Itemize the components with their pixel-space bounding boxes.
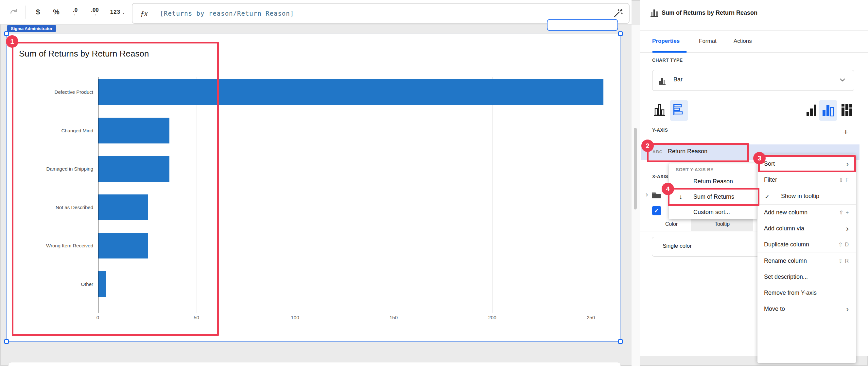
- resize-handle-top-right[interactable]: [618, 31, 623, 36]
- active-tab-underline: [652, 51, 687, 53]
- chart-type-dropdown[interactable]: Bar: [652, 70, 854, 91]
- chevron-right-icon: ›: [846, 226, 849, 232]
- x-axis-field-checkbox[interactable]: ✓: [652, 206, 661, 215]
- selected-element-toolbar[interactable]: [547, 19, 618, 31]
- annotation-step-badge: 3: [753, 152, 766, 164]
- shortcut-label: ⇧R: [838, 258, 849, 264]
- menu-item-label: Move to: [764, 305, 785, 312]
- fx-icon: ƒx: [140, 9, 148, 18]
- color-mode-value: Single color: [662, 243, 692, 249]
- shortcut-label: ⇧+: [839, 209, 849, 216]
- menu-item-label: Add column via: [764, 225, 804, 232]
- shortcut-label: ⇧D: [838, 241, 849, 248]
- increase-decimal-icon: .00 →: [91, 8, 99, 16]
- x-tick-label: 150: [390, 315, 398, 320]
- gridline: [295, 77, 295, 313]
- menu-item-custom-sort[interactable]: Custom sort...: [669, 205, 757, 220]
- sort-submenu-header: SORT Y-AXIS BY: [669, 165, 757, 174]
- canvas-scrollbar-track[interactable]: [631, 25, 640, 366]
- chart-type-value: Bar: [673, 76, 683, 83]
- menu-item-label: Rename column: [764, 258, 807, 264]
- ai-formula-wand-button[interactable]: [613, 8, 623, 18]
- panel-tabs: Properties Format Actions: [640, 31, 868, 53]
- resize-handle-bottom-right[interactable]: [618, 339, 623, 344]
- x-tick-label: 100: [291, 315, 299, 320]
- menu-item-label: Remove from Y-axis: [764, 290, 817, 296]
- chevron-down-icon: [840, 78, 845, 82]
- decrease-decimal-button[interactable]: .0 ←: [66, 3, 85, 21]
- menu-item-label: Return Reason: [693, 178, 733, 185]
- annotation-box-4: [668, 188, 760, 206]
- panel-title: Sum of Returns by Return Reason: [662, 9, 757, 16]
- chart-type-label: CHART TYPE: [652, 58, 683, 63]
- folder-icon: [651, 191, 661, 199]
- number-format-label: 123: [110, 9, 120, 15]
- currency-format-button[interactable]: $: [29, 3, 47, 21]
- x-tick-label: 200: [488, 315, 496, 320]
- menu-item-label: Set description...: [764, 273, 808, 280]
- redo-icon: [9, 8, 18, 16]
- canvas-scrollbar-thumb[interactable]: [634, 128, 637, 209]
- bar-subtype-grouped-selected[interactable]: [819, 100, 837, 121]
- add-y-axis-column-button[interactable]: +: [843, 127, 848, 137]
- gridline: [394, 77, 394, 313]
- percent-format-button[interactable]: %: [47, 3, 66, 21]
- bar-subtype-ascending[interactable]: [805, 103, 818, 119]
- menu-item-label: Filter: [764, 176, 777, 183]
- section-divider: [640, 127, 868, 127]
- menu-item-label: Custom sort...: [693, 209, 730, 215]
- app-window: $ % .0 ← .00 → 123 ⌄ ƒx [Returns by reas…: [0, 0, 868, 366]
- resize-handle-top-left[interactable]: [4, 31, 9, 36]
- panel-header: Sum of Returns by Return Reason: [640, 0, 868, 31]
- menu-item-filter[interactable]: Filter ⇧F: [757, 172, 856, 188]
- number-format-dropdown[interactable]: 123 ⌄: [105, 3, 130, 21]
- tab-format[interactable]: Format: [699, 38, 717, 44]
- gridline: [591, 77, 591, 313]
- menu-item-show-in-tooltip[interactable]: ✓ Show in tooltip: [757, 188, 856, 204]
- menu-item-sort-by-return-reason[interactable]: Return Reason: [669, 174, 757, 189]
- bar-subtype-stacked[interactable]: [840, 103, 855, 119]
- y-axis-section-label: Y-AXIS: [652, 128, 668, 133]
- subtab-border: [640, 231, 758, 231]
- chevron-right-icon: ›: [846, 306, 849, 312]
- menu-item-duplicate-column[interactable]: Duplicate column ⇧D: [757, 237, 856, 253]
- menu-item-remove-from-y-axis[interactable]: Remove from Y-axis: [757, 285, 856, 301]
- x-tick-label: 250: [587, 315, 595, 320]
- column-context-menu: Sort › Filter ⇧F ✓ Show in tooltip Add n…: [757, 155, 856, 363]
- annotation-step-badge: 4: [662, 183, 674, 195]
- menu-item-label: Add new column: [764, 209, 807, 216]
- menu-item-set-description[interactable]: Set description...: [757, 269, 856, 285]
- presence-badge: Sigma Administrator: [7, 25, 56, 32]
- resize-handle-bottom-left[interactable]: [4, 339, 9, 344]
- annotation-box-2: [647, 143, 749, 162]
- expander-chevron-icon[interactable]: ›: [646, 191, 648, 199]
- bar-chart-mini-icon: [658, 76, 667, 85]
- toolbar-separator: [26, 5, 26, 19]
- menu-item-rename-column[interactable]: Rename column ⇧R: [757, 253, 856, 269]
- x-axis-section-label: X-AXIS: [652, 174, 671, 179]
- chevron-down-icon: ⌄: [122, 10, 125, 15]
- tab-actions[interactable]: Actions: [734, 38, 752, 44]
- next-canvas-element[interactable]: [8, 362, 621, 366]
- column-chart-toggle[interactable]: [653, 102, 668, 119]
- increase-decimal-button[interactable]: .00 →: [85, 3, 105, 21]
- shortcut-label: ⇧F: [839, 177, 849, 183]
- menu-item-label: Show in tooltip: [781, 193, 819, 200]
- magic-wand-icon: [613, 8, 623, 18]
- check-icon: ✓: [765, 193, 770, 200]
- annotation-box-1: [12, 42, 219, 336]
- bar-chart-icon: [650, 8, 659, 18]
- redo-button[interactable]: [5, 3, 22, 21]
- menu-item-add-new-column[interactable]: Add new column ⇧+: [757, 205, 856, 221]
- formula-input[interactable]: [Returns by reason/Return Reason]: [160, 10, 294, 17]
- gridline: [492, 77, 493, 313]
- formula-separator: [154, 7, 154, 19]
- tab-properties[interactable]: Properties: [652, 38, 680, 44]
- menu-item-add-column-via[interactable]: Add column via ›: [757, 221, 856, 237]
- annotation-step-badge: 1: [6, 35, 18, 48]
- horizontal-bar-toggle-selected[interactable]: [670, 100, 688, 121]
- decrease-decimal-icon: .0 ←: [73, 8, 78, 16]
- menu-item-move-to[interactable]: Move to ›: [757, 301, 856, 317]
- menu-item-label: Duplicate column: [764, 241, 809, 248]
- annotation-step-badge: 2: [641, 139, 654, 152]
